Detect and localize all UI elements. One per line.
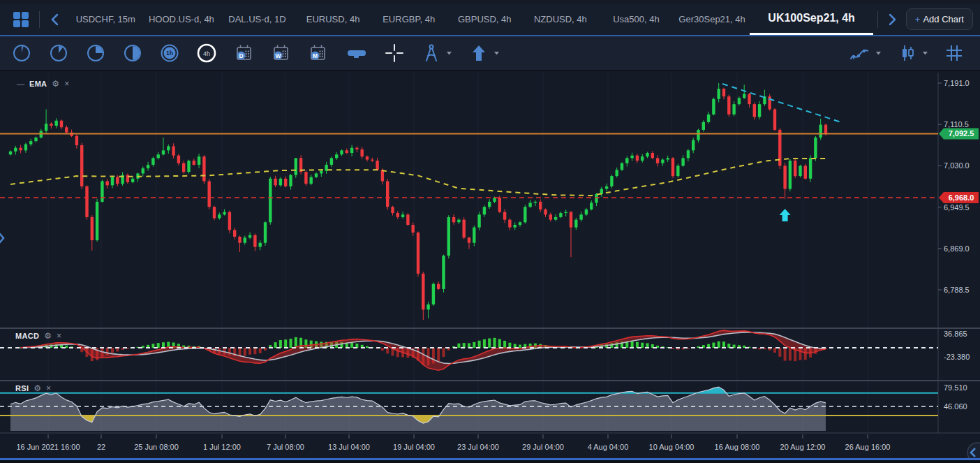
chart-scrollbar-icon[interactable] — [344, 43, 368, 64]
chart-tab-eurgbp[interactable]: EURGBP, 4h — [371, 3, 447, 35]
ema-indicator-label: — EMA ⚙ × — [17, 79, 69, 89]
timeframe-5m-pie-icon-tool[interactable] — [48, 43, 69, 64]
svg-text:W: W — [275, 52, 281, 59]
time-axis-label: 1 Jul 12:00 — [203, 443, 241, 451]
chart-tab-ger30sep21[interactable]: Ger30Sep21, 4h — [674, 3, 750, 35]
time-axis-label: 22 — [97, 443, 105, 451]
timeframe-15m-pie-icon-tool[interactable] — [85, 43, 106, 64]
time-axis-label: 16 Aug 08:00 — [715, 443, 760, 451]
chart-tab-usdchf[interactable]: USDCHF, 15m — [68, 3, 144, 35]
svg-text:46.060: 46.060 — [944, 402, 967, 411]
crosshair-icon[interactable] — [384, 43, 405, 64]
price-axis-label: 6,788.5 — [944, 286, 970, 294]
timeframe-30m-pie-icon[interactable] — [122, 43, 143, 64]
window-bottom-edge — [0, 460, 980, 463]
svg-text:36.865: 36.865 — [944, 330, 967, 338]
ema-line-sample-icon: — — [17, 80, 24, 88]
ema-settings-gear-icon[interactable]: ⚙ — [52, 79, 59, 89]
timeframe-m-calendar-icon-tool[interactable]: M — [307, 43, 328, 64]
add-chart-button[interactable]: +Add Chart — [906, 8, 973, 30]
arrow-marker-icon[interactable] — [468, 43, 489, 64]
chart-tabs: USDCHF, 15mHOOD.US-d, 4hDAL.US-d, 1DEURU… — [68, 3, 873, 35]
timeframe-30m-pie-icon-tool[interactable] — [122, 43, 143, 64]
time-axis-label: 26 Aug 16:00 — [845, 443, 891, 451]
chart-tab-dal-us-d[interactable]: DAL.US-d, 1D — [219, 3, 295, 35]
chart-tab-hood-us-d[interactable]: HOOD.US-d, 4h — [144, 3, 220, 35]
tab-bar-separator-right — [877, 11, 878, 28]
chart-tab-gbpusd[interactable]: GBPUSD, 4h — [447, 3, 523, 35]
time-axis-label: 10 Aug 04:00 — [649, 443, 695, 451]
time-axis-label: 13 Jul 04:00 — [328, 443, 370, 451]
tab-bar-left-controls — [0, 11, 68, 28]
chart-toolbar: 1h4hDWM — [0, 36, 980, 71]
svg-text:-23.380: -23.380 — [944, 353, 970, 361]
add-chart-label: Add Chart — [923, 14, 964, 24]
rsi-label-text: RSI — [15, 384, 29, 392]
crosshair-icon-tool[interactable] — [384, 43, 405, 64]
macd-label-text: MACD — [15, 332, 39, 340]
chart-tab-usa500[interactable]: Usa500, 4h — [598, 3, 674, 35]
chart-type-candles-icon[interactable] — [897, 43, 918, 64]
svg-text:1h: 1h — [166, 50, 173, 57]
rsi-close-icon[interactable]: × — [46, 383, 51, 393]
svg-text:79.510: 79.510 — [944, 383, 967, 392]
price-axis-label: 7,030.0 — [944, 161, 970, 170]
time-axis-label: 29 Jul 04:00 — [522, 443, 564, 451]
apps-grid-icon[interactable] — [13, 11, 29, 28]
time-axis-label: 4 Aug 04:00 — [588, 443, 629, 451]
chart-tab-uk100sep21[interactable]: UK100Sep21, 4h — [750, 3, 873, 35]
time-axis-label: 19 Jul 04:00 — [393, 443, 435, 451]
trading-app-window: 36.865-23.38079.51046.0607,191.07,110.57… — [0, 0, 980, 463]
macd-settings-gear-icon[interactable]: ⚙ — [44, 331, 52, 341]
scroll-tabs-right-icon[interactable] — [886, 13, 898, 27]
tab-bar-right-controls: +Add Chart — [873, 8, 980, 30]
timeframe-m-calendar-icon[interactable]: M — [307, 43, 328, 64]
timeframe-1m-pie-icon-tool[interactable] — [11, 43, 32, 64]
grid-settings-icon[interactable] — [944, 43, 965, 64]
timeframe-1m-pie-icon[interactable] — [11, 43, 32, 64]
arrow-marker-icon-tool[interactable] — [468, 43, 500, 64]
timeframe-1h-icon-tool[interactable]: 1h — [159, 43, 180, 64]
time-axis-label: 25 Jun 08:00 — [134, 443, 179, 451]
chart-tab-bar: USDCHF, 15mHOOD.US-d, 4hDAL.US-d, 1DEURU… — [0, 3, 980, 36]
price-axis-label: 6,869.0 — [944, 244, 970, 253]
drawing-tools-compass-icon-tool[interactable] — [421, 43, 452, 64]
svg-text:6,968.0: 6,968.0 — [949, 193, 974, 202]
dropdown-caret-icon[interactable] — [446, 51, 452, 55]
timeframe-5m-pie-icon[interactable] — [48, 43, 69, 64]
chart-type-candles-icon-tool[interactable] — [897, 43, 928, 64]
macd-indicator-label: MACD ⚙ × — [15, 331, 61, 341]
ema-close-icon[interactable]: × — [64, 79, 69, 89]
dropdown-caret-icon[interactable] — [922, 51, 928, 55]
rsi-settings-gear-icon[interactable]: ⚙ — [34, 383, 41, 393]
timeframe-1h-icon[interactable]: 1h — [159, 43, 180, 64]
indicators-icon-tool[interactable] — [847, 43, 882, 64]
time-axis-label: 20 Aug 12:00 — [780, 443, 826, 451]
time-axis-label: 16 Jun 2021 16:00 — [16, 443, 80, 451]
rsi-indicator-label: RSI ⚙ × — [15, 383, 51, 393]
scroll-tabs-left-icon[interactable] — [50, 13, 61, 27]
drawing-tools-compass-icon[interactable] — [421, 43, 442, 64]
toolbar-right-group — [847, 43, 980, 64]
toolbar-left-group: 1h4hDWM — [0, 43, 500, 64]
indicators-icon[interactable] — [847, 43, 871, 64]
macd-close-icon[interactable]: × — [57, 331, 61, 341]
dropdown-caret-icon[interactable] — [493, 51, 500, 55]
timeframe-w-calendar-icon-tool[interactable]: W — [270, 43, 291, 64]
chart-scrollbar-icon-tool[interactable] — [344, 43, 368, 64]
timeframe-d-calendar-icon[interactable]: D — [233, 43, 254, 64]
timeframe-4h-active-icon[interactable]: 4h — [196, 43, 217, 64]
tab-bar-separator — [39, 11, 40, 28]
price-axis-label: 7,191.0 — [944, 79, 970, 87]
timeframe-d-calendar-icon-tool[interactable]: D — [233, 43, 254, 64]
grid-settings-icon-tool[interactable] — [944, 43, 965, 64]
timeframe-15m-pie-icon[interactable] — [85, 43, 106, 64]
timeframe-4h-active-icon-tool[interactable]: 4h — [196, 43, 217, 64]
dropdown-caret-icon[interactable] — [875, 51, 882, 55]
chart-tab-nzdusd[interactable]: NZDUSD, 4h — [523, 3, 599, 35]
timeframe-w-calendar-icon[interactable]: W — [270, 43, 291, 64]
chart-tab-eurusd[interactable]: EURUSD, 4h — [295, 3, 371, 35]
svg-text:4h: 4h — [203, 50, 210, 57]
svg-text:D: D — [239, 52, 243, 59]
price-axis-label: 7,110.5 — [944, 120, 969, 128]
